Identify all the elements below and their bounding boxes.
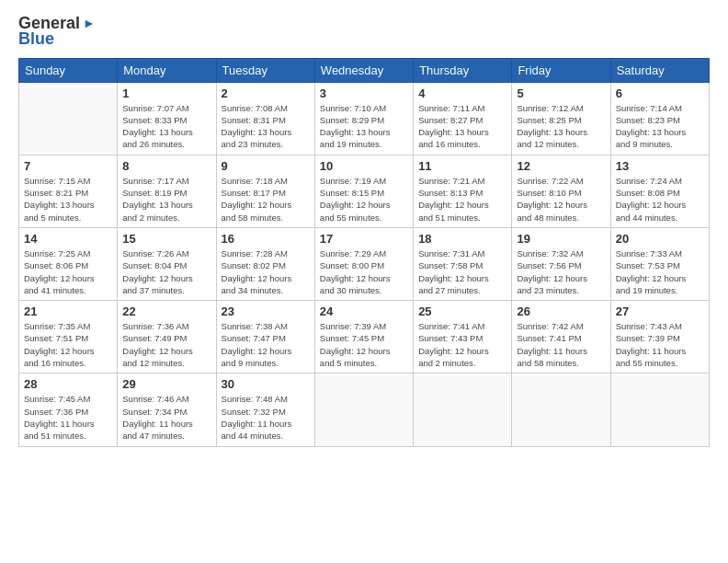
calendar-cell: 15Sunrise: 7:26 AM Sunset: 8:04 PM Dayli… xyxy=(118,227,216,300)
page: General ► Blue SundayMondayTuesdayWednes… xyxy=(0,0,728,563)
calendar-cell: 10Sunrise: 7:19 AM Sunset: 8:15 PM Dayli… xyxy=(314,155,413,227)
calendar-cell: 24Sunrise: 7:39 AM Sunset: 7:45 PM Dayli… xyxy=(314,301,413,373)
calendar-cell: 21Sunrise: 7:35 AM Sunset: 7:51 PM Dayli… xyxy=(19,301,118,373)
day-info: Sunrise: 7:42 AM Sunset: 7:41 PM Dayligh… xyxy=(517,320,605,369)
calendar-cell: 4Sunrise: 7:11 AM Sunset: 8:27 PM Daylig… xyxy=(414,82,512,155)
day-number: 17 xyxy=(320,232,408,246)
day-info: Sunrise: 7:36 AM Sunset: 7:49 PM Dayligh… xyxy=(122,320,210,369)
weekday-header-tuesday: Tuesday xyxy=(216,58,314,82)
calendar-cell: 12Sunrise: 7:22 AM Sunset: 8:10 PM Dayli… xyxy=(512,155,610,227)
calendar-cell: 6Sunrise: 7:14 AM Sunset: 8:23 PM Daylig… xyxy=(610,82,709,155)
day-number: 30 xyxy=(222,377,310,391)
day-number: 6 xyxy=(616,86,704,100)
day-info: Sunrise: 7:24 AM Sunset: 8:08 PM Dayligh… xyxy=(616,175,704,224)
day-info: Sunrise: 7:33 AM Sunset: 7:53 PM Dayligh… xyxy=(616,247,704,296)
day-info: Sunrise: 7:19 AM Sunset: 8:15 PM Dayligh… xyxy=(320,175,408,224)
calendar-cell: 28Sunrise: 7:45 AM Sunset: 7:36 PM Dayli… xyxy=(19,373,118,446)
day-info: Sunrise: 7:35 AM Sunset: 7:51 PM Dayligh… xyxy=(24,320,112,369)
day-number: 16 xyxy=(222,232,310,246)
day-info: Sunrise: 7:21 AM Sunset: 8:13 PM Dayligh… xyxy=(418,175,506,224)
day-info: Sunrise: 7:38 AM Sunset: 7:47 PM Dayligh… xyxy=(222,320,310,369)
logo: General ► Blue xyxy=(18,15,96,49)
day-number: 25 xyxy=(418,304,506,318)
calendar-cell: 13Sunrise: 7:24 AM Sunset: 8:08 PM Dayli… xyxy=(610,155,709,227)
day-info: Sunrise: 7:22 AM Sunset: 8:10 PM Dayligh… xyxy=(517,175,605,224)
day-number: 8 xyxy=(122,159,210,173)
day-info: Sunrise: 7:26 AM Sunset: 8:04 PM Dayligh… xyxy=(122,247,210,296)
calendar-cell: 17Sunrise: 7:29 AM Sunset: 8:00 PM Dayli… xyxy=(314,227,413,300)
calendar-cell: 7Sunrise: 7:15 AM Sunset: 8:21 PM Daylig… xyxy=(19,155,118,227)
day-number: 3 xyxy=(320,86,408,100)
calendar-cell: 1Sunrise: 7:07 AM Sunset: 8:33 PM Daylig… xyxy=(118,82,216,155)
calendar-cell: 25Sunrise: 7:41 AM Sunset: 7:43 PM Dayli… xyxy=(414,301,512,373)
day-number: 22 xyxy=(122,304,210,318)
day-number: 26 xyxy=(517,304,605,318)
calendar-cell: 14Sunrise: 7:25 AM Sunset: 8:06 PM Dayli… xyxy=(19,227,118,300)
day-number: 12 xyxy=(517,159,605,173)
day-number: 19 xyxy=(517,232,605,246)
day-number: 27 xyxy=(616,304,704,318)
day-number: 13 xyxy=(616,159,704,173)
calendar-cell xyxy=(19,82,118,155)
week-row-2: 7Sunrise: 7:15 AM Sunset: 8:21 PM Daylig… xyxy=(19,155,710,227)
day-info: Sunrise: 7:32 AM Sunset: 7:56 PM Dayligh… xyxy=(517,247,605,296)
day-number: 10 xyxy=(320,159,408,173)
day-info: Sunrise: 7:18 AM Sunset: 8:17 PM Dayligh… xyxy=(222,175,310,224)
day-number: 24 xyxy=(320,304,408,318)
weekday-header-sunday: Sunday xyxy=(19,58,118,82)
calendar-cell: 16Sunrise: 7:28 AM Sunset: 8:02 PM Dayli… xyxy=(216,227,314,300)
day-info: Sunrise: 7:48 AM Sunset: 7:32 PM Dayligh… xyxy=(222,393,310,442)
calendar-cell: 29Sunrise: 7:46 AM Sunset: 7:34 PM Dayli… xyxy=(118,373,216,446)
calendar-cell: 2Sunrise: 7:08 AM Sunset: 8:31 PM Daylig… xyxy=(216,82,314,155)
week-row-3: 14Sunrise: 7:25 AM Sunset: 8:06 PM Dayli… xyxy=(19,227,710,300)
calendar-cell xyxy=(414,373,512,446)
week-row-1: 1Sunrise: 7:07 AM Sunset: 8:33 PM Daylig… xyxy=(19,82,710,155)
day-info: Sunrise: 7:12 AM Sunset: 8:25 PM Dayligh… xyxy=(517,102,605,151)
calendar-cell: 30Sunrise: 7:48 AM Sunset: 7:32 PM Dayli… xyxy=(216,373,314,446)
calendar-cell: 23Sunrise: 7:38 AM Sunset: 7:47 PM Dayli… xyxy=(216,301,314,373)
day-number: 7 xyxy=(24,159,112,173)
day-number: 2 xyxy=(222,86,310,100)
calendar-cell: 27Sunrise: 7:43 AM Sunset: 7:39 PM Dayli… xyxy=(610,301,709,373)
weekday-header-saturday: Saturday xyxy=(610,58,709,82)
day-info: Sunrise: 7:08 AM Sunset: 8:31 PM Dayligh… xyxy=(222,102,310,151)
weekday-header-friday: Friday xyxy=(512,58,610,82)
calendar-cell: 22Sunrise: 7:36 AM Sunset: 7:49 PM Dayli… xyxy=(118,301,216,373)
day-number: 15 xyxy=(122,232,210,246)
day-number: 11 xyxy=(418,159,506,173)
day-info: Sunrise: 7:41 AM Sunset: 7:43 PM Dayligh… xyxy=(418,320,506,369)
day-info: Sunrise: 7:14 AM Sunset: 8:23 PM Dayligh… xyxy=(616,102,704,151)
calendar-cell xyxy=(610,373,709,446)
day-info: Sunrise: 7:43 AM Sunset: 7:39 PM Dayligh… xyxy=(616,320,704,369)
calendar-cell: 19Sunrise: 7:32 AM Sunset: 7:56 PM Dayli… xyxy=(512,227,610,300)
day-info: Sunrise: 7:11 AM Sunset: 8:27 PM Dayligh… xyxy=(418,102,506,151)
day-info: Sunrise: 7:10 AM Sunset: 8:29 PM Dayligh… xyxy=(320,102,408,151)
day-number: 21 xyxy=(24,304,112,318)
day-info: Sunrise: 7:45 AM Sunset: 7:36 PM Dayligh… xyxy=(24,393,112,442)
calendar-cell: 3Sunrise: 7:10 AM Sunset: 8:29 PM Daylig… xyxy=(314,82,413,155)
day-info: Sunrise: 7:25 AM Sunset: 8:06 PM Dayligh… xyxy=(24,247,112,296)
day-number: 4 xyxy=(418,86,506,100)
day-number: 28 xyxy=(24,377,112,391)
weekday-header-row: SundayMondayTuesdayWednesdayThursdayFrid… xyxy=(19,58,710,82)
day-info: Sunrise: 7:07 AM Sunset: 8:33 PM Dayligh… xyxy=(122,102,210,151)
calendar-cell xyxy=(314,373,413,446)
calendar-cell: 20Sunrise: 7:33 AM Sunset: 7:53 PM Dayli… xyxy=(610,227,709,300)
day-info: Sunrise: 7:17 AM Sunset: 8:19 PM Dayligh… xyxy=(122,175,210,224)
weekday-header-monday: Monday xyxy=(118,58,216,82)
calendar-cell: 5Sunrise: 7:12 AM Sunset: 8:25 PM Daylig… xyxy=(512,82,610,155)
calendar-table: SundayMondayTuesdayWednesdayThursdayFrid… xyxy=(18,58,710,447)
day-info: Sunrise: 7:29 AM Sunset: 8:00 PM Dayligh… xyxy=(320,247,408,296)
day-number: 1 xyxy=(122,86,210,100)
day-number: 29 xyxy=(122,377,210,391)
day-number: 18 xyxy=(418,232,506,246)
calendar-cell: 8Sunrise: 7:17 AM Sunset: 8:19 PM Daylig… xyxy=(118,155,216,227)
calendar-cell: 9Sunrise: 7:18 AM Sunset: 8:17 PM Daylig… xyxy=(216,155,314,227)
header: General ► Blue xyxy=(18,15,710,49)
day-number: 20 xyxy=(616,232,704,246)
day-number: 5 xyxy=(517,86,605,100)
calendar-cell xyxy=(512,373,610,446)
day-number: 14 xyxy=(24,232,112,246)
day-number: 23 xyxy=(222,304,310,318)
logo-blue: Blue xyxy=(18,30,96,49)
